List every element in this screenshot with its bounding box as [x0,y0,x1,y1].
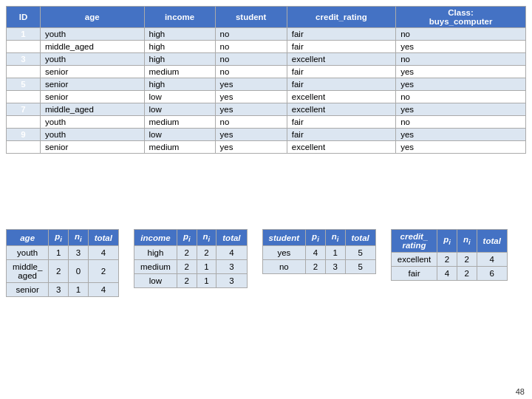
credit-col-ni: ni [457,230,477,253]
table-row: fair 4 2 6 [391,267,507,281]
col-header-credit: credit_rating [287,7,395,28]
cell: senior [40,91,144,103]
cell: no [215,53,287,66]
cell: fair [287,78,395,91]
cell: excellent [287,103,395,116]
cell: no [215,41,287,53]
cell: yes [215,91,287,103]
cell: low [144,103,215,116]
cell: 4 [88,246,118,260]
income-col-total: total [216,230,247,246]
cell: middle_aged [40,103,144,116]
cell: fair [391,267,437,281]
cell: low [144,91,215,103]
age-summary-table: age pi ni total youth 1 3 4 middle_aged … [6,229,119,297]
cell: 5 [7,78,41,91]
cell: 2 [306,260,326,274]
credit-col-credit: credit_rating [391,230,437,253]
student-col-student: student [262,230,306,246]
cell: high [134,246,177,260]
table-row: 9youthlowyesfairyes [7,129,526,141]
cell: 1 [68,283,88,297]
cell: 4 [437,267,457,281]
cell: yes [396,141,526,154]
cell: fair [287,28,395,41]
cell: excellent [287,91,395,103]
cell: fair [287,41,395,53]
cell: 5 [345,260,375,274]
student-col-total: total [345,230,375,246]
cell: fair [287,66,395,78]
cell: medium [144,141,215,154]
cell: senior [40,141,144,154]
cell: 2 [457,253,477,267]
table-row: 7middle_agedlowyesexcellentyes [7,103,526,116]
credit-summary-table: credit_rating pi ni total excellent 2 2 … [391,229,508,281]
cell: yes [396,103,526,116]
cell: middle_aged [7,260,49,283]
cell: 2 [197,246,216,260]
cell: 3 [216,274,247,288]
cell: 3 [68,246,88,260]
cell: yes [396,78,526,91]
table-row: middle_aged 2 0 2 [7,260,119,283]
table-row: youth 1 3 4 [7,246,119,260]
cell: 3 [325,260,345,274]
cell: youth [7,246,49,260]
table-row: high 2 2 4 [134,246,247,260]
table-row: 8youthmediumnofairno [7,116,526,129]
col-header-id: ID [7,7,41,28]
cell: 2 [437,253,457,267]
cell: no [215,116,287,129]
table-row: 5seniorhighyesfairyes [7,78,526,91]
cell: excellent [391,253,437,267]
cell: 1 [197,260,216,274]
cell: youth [40,53,144,66]
cell: 6 [7,91,41,103]
cell: high [144,53,215,66]
cell: 2 [49,260,69,283]
income-col-ni: ni [197,230,216,246]
cell: low [134,274,177,288]
cell: 2 [7,41,41,53]
cell: 8 [7,116,41,129]
cell: 2 [88,260,118,283]
cell: 2 [177,246,197,260]
table-row: 1youthhighnofairno [7,28,526,41]
cell: 9 [7,129,41,141]
main-table-container: ID age income student credit_rating Clas… [6,6,526,154]
cell: youth [40,116,144,129]
table-row: no 2 3 5 [262,260,375,274]
age-col-total: total [88,230,118,246]
cell: yes [215,78,287,91]
cell: no [396,28,526,41]
table-row: 3youthhighnoexcellentno [7,53,526,66]
col-header-income: income [144,7,215,28]
cell: yes [215,141,287,154]
cell: 4 [306,246,326,260]
cell: senior [40,78,144,91]
cell: medium [144,66,215,78]
cell: medium [134,260,177,274]
cell: 1 [49,246,69,260]
main-data-table: ID age income student credit_rating Clas… [6,6,526,154]
age-col-age: age [7,230,49,246]
cell: 3 [49,283,69,297]
student-col-ni: ni [325,230,345,246]
table-row: excellent 2 2 4 [391,253,507,267]
cell: 0 [68,260,88,283]
cell: no [396,91,526,103]
student-col-pi: pi [306,230,326,246]
cell: 3 [7,53,41,66]
income-summary-table: income pi ni total high 2 2 4 medium 2 1… [134,229,248,288]
cell: yes [396,41,526,53]
cell: 2 [177,274,197,288]
cell: no [396,116,526,129]
cell: youth [40,28,144,41]
table-row: yes 4 1 5 [262,246,375,260]
cell: 3 [216,260,247,274]
table-row: 4seniormediumnofairyes [7,66,526,78]
cell: 1 [7,28,41,41]
cell: 6 [477,267,507,281]
cell: senior [40,66,144,78]
